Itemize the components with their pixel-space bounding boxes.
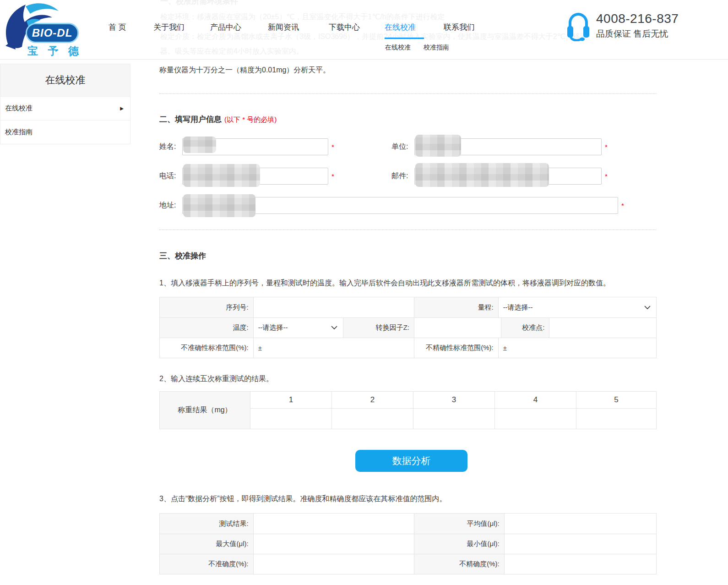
z-factor-label: 转换因子Z:	[343, 318, 414, 338]
logo-chinese-name: 宝 予 德	[27, 44, 79, 58]
form-row: 地址: *	[159, 197, 657, 214]
redacted-name-value	[183, 137, 216, 153]
hotline-phone-number: 4008-216-837	[596, 11, 679, 27]
temperature-label: 温度:	[160, 318, 253, 338]
nav-online-calibration[interactable]: 在线校准	[385, 22, 416, 33]
active-nav-underline	[385, 38, 424, 39]
step-3-text: 3、点击“数据分析”按钮，即得到测试结果。准确度和精确度都应该在其标准值的范围内…	[159, 494, 657, 503]
data-analysis-button[interactable]: 数据分析	[355, 450, 467, 472]
section-title-calibration: 三、校准操作	[159, 251, 657, 261]
nav-contact[interactable]: 联系我们	[444, 22, 475, 33]
main-content: 称量仪器为十万分之一（精度为0.01mg）分析天平。 二、填写用户信息(以下 *…	[159, 60, 657, 574]
nav-about[interactable]: 关于我们	[153, 22, 185, 33]
sidebar-item-online-calibration[interactable]: 在线校准 ▶	[0, 97, 130, 120]
range-label: 量程:	[414, 297, 498, 317]
mean-label: 平均值(μl):	[414, 514, 504, 534]
range-select[interactable]: --请选择--	[498, 297, 656, 317]
mean-value	[504, 514, 656, 534]
min-value	[504, 534, 656, 554]
required-asterisk: *	[605, 172, 608, 180]
weighing-col-header: 3	[413, 392, 494, 408]
chevron-down-icon	[331, 326, 337, 330]
address-label: 地址:	[159, 201, 182, 210]
nav-downloads[interactable]: 下载中心	[329, 22, 360, 33]
imprecision-range-input[interactable]	[507, 338, 656, 358]
service-slogan: 品质保证 售后无忧	[596, 28, 679, 40]
weighing-results-table: 称重结果（mg） 1 2 3 4 5	[159, 391, 657, 429]
required-asterisk: *	[331, 143, 334, 151]
form-row: 姓名: * 单位: *	[159, 138, 657, 155]
imprecision-label: 不精确度(%):	[414, 554, 504, 574]
weighing-input-1[interactable]	[250, 409, 331, 429]
email-label: 邮件:	[391, 171, 414, 181]
dotted-divider	[159, 230, 657, 230]
calibration-point-input[interactable]	[549, 318, 656, 338]
required-asterisk: *	[621, 202, 624, 209]
watermark-line: 检定介质：检定介质为蒸馏水或去离子水（3级，ISO3696），并提前24小时放入…	[160, 32, 587, 42]
subnav-online-calibration[interactable]: 在线校准	[385, 44, 411, 52]
sidebar-title: 在线校准	[0, 64, 130, 97]
weighing-input-4[interactable]	[495, 409, 576, 429]
watermark-line: 检定环境：移液器应在室温为（20±5）℃，且室温变化不得大于1℃/h的条件下进行…	[160, 12, 445, 22]
dotted-divider	[159, 93, 657, 94]
redacted-email-value	[415, 163, 549, 187]
nav-news[interactable]: 新闻资讯	[268, 22, 299, 33]
weighing-input-2[interactable]	[332, 409, 413, 429]
contact-block: 4008-216-837 品质保证 售后无忧	[566, 11, 679, 41]
redacted-phone-value	[183, 164, 260, 187]
sidebar: 在线校准 在线校准 ▶ 校准指南	[0, 64, 130, 144]
site-header: 一、校准所需环境条件 检定环境：移液器应在室温为（20±5）℃，且室温变化不得大…	[0, 0, 728, 60]
sidebar-item-calibration-guide[interactable]: 校准指南	[0, 120, 130, 144]
plus-minus-sign: ±	[499, 344, 507, 352]
brand-logo[interactable]: BIO-DL 宝 予 德	[2, 1, 80, 57]
redacted-address-value	[183, 194, 255, 217]
section-title-user-info: 二、填写用户信息(以下 * 号的必填)	[159, 115, 657, 125]
inaccuracy-range-label: 不准确性标准范围(%):	[160, 338, 253, 358]
inaccuracy-range-input[interactable]	[262, 338, 414, 358]
inaccuracy-value	[253, 554, 414, 574]
inaccuracy-label: 不准确度(%):	[160, 554, 253, 574]
weighing-result-row-label: 称重结果（mg）	[160, 392, 250, 429]
logo-wordmark: BIO-DL	[26, 23, 79, 43]
analysis-results-table: 测试结果: 平均值(μl): 最大值(μl): 最小值(μl): 不准确度(%)…	[159, 513, 657, 574]
watermark-line: 器、吸头等应在检定前4小时放入实验室内。	[160, 47, 304, 56]
required-note: (以下 * 号的必填)	[224, 115, 277, 123]
temperature-select[interactable]: --请选择--	[253, 318, 343, 338]
chevron-right-icon: ▶	[120, 106, 124, 111]
z-factor-input[interactable]	[414, 318, 501, 338]
max-label: 最大值(μl):	[160, 534, 253, 554]
calibration-point-label: 校准点:	[501, 318, 549, 338]
redacted-unit-value	[415, 135, 461, 157]
chevron-down-icon	[644, 306, 651, 310]
imprecision-range-label: 不精确性标准范围(%):	[414, 338, 498, 358]
subnav-calibration-guide[interactable]: 校准指南	[424, 44, 449, 52]
imprecision-value	[504, 554, 656, 574]
required-asterisk: *	[331, 172, 334, 180]
nav-products[interactable]: 产品中心	[210, 22, 241, 33]
calibration-params-table: 序列号: 量程: --请选择-- 温度: --请选择-- 转换因子Z: 校准点:	[159, 297, 657, 358]
nav-home[interactable]: 首 页	[109, 22, 126, 33]
max-value	[253, 534, 414, 554]
weighing-input-3[interactable]	[413, 409, 494, 429]
watermark-line: 一、校准所需环境条件	[160, 0, 238, 6]
weighing-input-5[interactable]	[576, 409, 656, 429]
headset-icon	[566, 11, 591, 41]
required-asterisk: *	[605, 143, 608, 151]
form-row: 电话: * 邮件: *	[159, 168, 657, 185]
unit-label: 单位:	[391, 142, 414, 152]
weighing-col-header: 2	[331, 392, 413, 408]
test-result-label: 测试结果:	[160, 514, 253, 534]
serial-label: 序列号:	[160, 297, 253, 317]
min-label: 最小值(μl):	[414, 534, 504, 554]
test-result-value	[253, 514, 414, 534]
intro-text: 称量仪器为十万分之一（精度为0.01mg）分析天平。	[159, 65, 657, 75]
name-label: 姓名:	[159, 142, 182, 152]
weighing-col-header: 1	[250, 392, 331, 408]
plus-minus-sign: ±	[254, 344, 262, 352]
weighing-col-header: 4	[494, 392, 576, 408]
step-2-text: 2、输入连续五次称重测试的结果。	[159, 374, 657, 383]
phone-label: 电话:	[159, 171, 182, 181]
serial-input[interactable]	[254, 297, 414, 317]
step-1-text: 1、填入移液器手柄上的序列号，量程和测试时的温度。输入完毕后软件会自动出现此支移…	[159, 279, 657, 288]
weighing-col-header: 5	[576, 392, 656, 408]
